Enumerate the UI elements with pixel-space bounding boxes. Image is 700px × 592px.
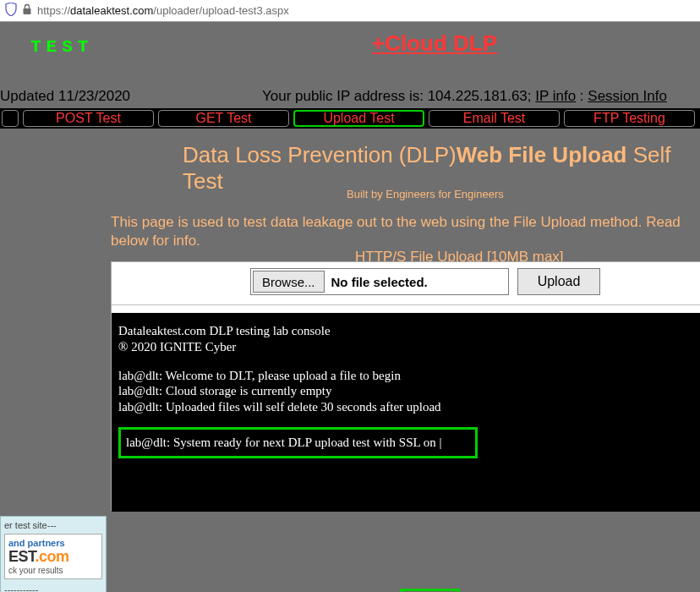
upload-button[interactable]: Upload — [517, 268, 600, 295]
url-text[interactable]: https://dataleaktest.com/uploader/upload… — [37, 4, 289, 17]
lock-icon[interactable] — [22, 3, 32, 18]
cloud-dlp-link[interactable]: +Cloud DLP — [372, 30, 497, 57]
tab-upload-test[interactable]: Upload Test — [293, 110, 424, 127]
shield-icon[interactable] — [5, 3, 17, 19]
nav-spacer — [2, 110, 19, 127]
console-output: Dataleaktest.com DLP testing lab console… — [112, 313, 700, 512]
page-intro: This page is used to test data leakage o… — [111, 213, 700, 250]
file-row: Browse... No file selected. Upload — [250, 268, 600, 295]
address-bar: https://dataleaktest.com/uploader/upload… — [0, 0, 700, 22]
console-status-highlight: lab@dlt: System ready for next DLP uploa… — [118, 427, 478, 458]
file-status: No file selected. — [331, 275, 428, 289]
ip-info-link[interactable]: IP info — [535, 88, 576, 104]
partner-banner[interactable]: and partners EST.com ck your results — [4, 534, 102, 579]
logo-text: TEST — [30, 37, 93, 57]
tab-post-test[interactable]: POST Test — [23, 110, 154, 127]
svg-rect-0 — [24, 8, 31, 14]
tab-ftp-testing[interactable]: FTP Testing — [564, 110, 695, 127]
browse-button[interactable]: Browse... — [253, 271, 325, 293]
nav-tabs: POST Test GET Test Upload Test Email Tes… — [0, 108, 700, 129]
page-title: Data Loss Prevention (DLP)Web File Uploa… — [183, 142, 700, 195]
updated-text: Updated 11/23/2020 — [0, 88, 130, 105]
page-body: TEST +Cloud DLP Updated 11/23/2020 Your … — [0, 22, 700, 592]
upload-panel: Browse... No file selected. Upload Datal… — [111, 261, 700, 511]
session-info-link[interactable]: Session Info — [588, 88, 667, 104]
ip-line: Your public IP address is: 104.225.181.6… — [262, 88, 667, 105]
page-subtitle: Built by Engineers for Engineers — [347, 188, 504, 200]
tab-email-test[interactable]: Email Test — [429, 110, 560, 127]
file-input[interactable]: Browse... No file selected. — [250, 268, 509, 295]
tab-get-test[interactable]: GET Test — [158, 110, 289, 127]
sidebar-widget: er test site--- and partners EST.com ck … — [0, 516, 107, 592]
